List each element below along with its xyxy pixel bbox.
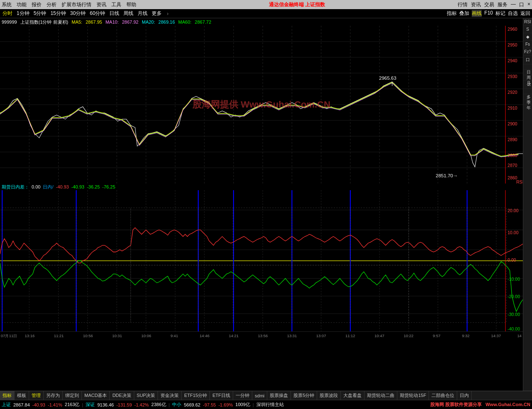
- symbol-code: 999999: [2, 20, 17, 24]
- svg-text:2940: 2940: [507, 59, 517, 63]
- tf-more[interactable]: 更多: [151, 10, 163, 17]
- tf-60min[interactable]: 60分钟: [89, 10, 106, 17]
- info-bar: 999999 上证指数(1分钟 前夏积) MA5: 2867.95 MA10: …: [0, 18, 523, 26]
- tab-etfdaily[interactable]: ETF日线: [210, 391, 233, 400]
- tf-daily[interactable]: 日线: [108, 10, 120, 17]
- tab-indicator[interactable]: 指标: [0, 391, 15, 400]
- tab-sup[interactable]: SUP决策: [134, 391, 158, 400]
- sb-fz[interactable]: Fz?: [523, 48, 532, 56]
- tab-stock-ops[interactable]: 股票操盘: [267, 391, 291, 400]
- svg-text:2870: 2870: [507, 163, 517, 168]
- svg-text:2930: 2930: [507, 74, 517, 79]
- tab-manage[interactable]: 管理: [29, 391, 44, 400]
- menu-function[interactable]: 功能: [17, 1, 27, 8]
- sub-chart-inner[interactable]: 20.00 10.00 0.00 -10.00 -20.00 -30.00 -4…: [0, 190, 523, 331]
- sb-year[interactable]: 年: [523, 100, 532, 105]
- tf-30min[interactable]: 30分钟: [69, 10, 86, 17]
- tf-1min[interactable]: 1分钟: [16, 10, 30, 17]
- tab-1min[interactable]: 一分钟: [233, 391, 252, 400]
- tool-favorite[interactable]: 自选: [508, 10, 518, 17]
- shenzhen-site[interactable]: 深圳行情主站: [256, 402, 284, 408]
- svg-text:11:21: 11:21: [54, 334, 64, 338]
- sb-weekly[interactable]: 周: [523, 70, 532, 75]
- svg-text:13:07: 13:07: [316, 334, 326, 338]
- sb-rsi[interactable]: RSI: [523, 18, 532, 26]
- sb-diamond[interactable]: ◆: [523, 33, 532, 41]
- svg-text:-10.00: -10.00: [507, 277, 520, 282]
- tab-macd[interactable]: MACD基本: [82, 391, 110, 400]
- tool-back[interactable]: 返回: [520, 10, 530, 17]
- menu-info[interactable]: 资讯: [96, 1, 106, 8]
- window-restore[interactable]: 口: [519, 1, 524, 8]
- tab-sdmi[interactable]: sdmi: [252, 391, 267, 400]
- ma20-value: 2869.16: [158, 20, 175, 24]
- tab-saveas[interactable]: 另存为: [44, 391, 63, 400]
- tab-bind[interactable]: 绑定到: [63, 391, 82, 400]
- main-chart-wrapper: 2965.63 2851.70→ 2960 2950 2940 2930 292…: [0, 26, 523, 184]
- svg-text:10.00: 10.00: [507, 230, 518, 235]
- sb-s[interactable]: S: [523, 26, 532, 33]
- right-sidebar: RSI S ◆ Fs Fz? 口 日 周 月 N 多 季 年: [523, 18, 532, 391]
- btn-market[interactable]: 行情: [458, 1, 468, 8]
- svg-text:9:41: 9:41: [170, 334, 178, 338]
- sb-daily[interactable]: 日: [523, 64, 532, 70]
- sb-n[interactable]: N: [523, 81, 532, 89]
- futures-label: 期货日内差：: [2, 184, 29, 190]
- menu-help[interactable]: 帮助: [126, 1, 136, 8]
- shanghai-label: 上证: [2, 402, 11, 408]
- ma5-value: 2867.95: [86, 20, 102, 24]
- svg-text:2851.70→: 2851.70→: [436, 173, 458, 178]
- tf-weekly[interactable]: 周线: [123, 10, 134, 17]
- tab-etf15[interactable]: ETF15分钟: [182, 391, 210, 400]
- status-bar: 上证 2867.84 -40.93 -1.41% 2163亿 | 深证 9136…: [0, 400, 532, 409]
- menu-analysis[interactable]: 分析: [47, 1, 57, 8]
- sb-box[interactable]: 口: [523, 56, 532, 64]
- svg-text:13:31: 13:31: [287, 334, 297, 338]
- sb-multi[interactable]: 多: [523, 89, 532, 94]
- svg-text:20.00: 20.00: [507, 208, 518, 213]
- sb-quarter[interactable]: 季: [523, 94, 532, 100]
- inner-val2: -40.93: [71, 184, 84, 189]
- tab-intraday[interactable]: 日内: [457, 391, 472, 400]
- tab-template[interactable]: 模板: [15, 391, 29, 400]
- svg-text:10:47: 10:47: [374, 334, 384, 338]
- svg-text:2950: 2950: [507, 43, 517, 47]
- tab-stock-5min[interactable]: 股票5分钟: [291, 391, 317, 400]
- ma5-label: MA5:: [71, 20, 82, 24]
- menu-extended[interactable]: 扩展市场行情: [62, 1, 91, 8]
- tab-funds[interactable]: 资金决策: [158, 391, 182, 400]
- sb-monthly[interactable]: 月: [523, 75, 532, 81]
- sb-fs[interactable]: Fs: [523, 41, 532, 48]
- svg-text:9:32: 9:32: [462, 334, 469, 338]
- svg-text:2920: 2920: [507, 90, 517, 95]
- svg-text:13:56: 13:56: [258, 334, 268, 338]
- tf-monthly[interactable]: 月线: [137, 10, 148, 17]
- tool-indicator[interactable]: 指标: [447, 10, 457, 17]
- menu-system[interactable]: 系统: [2, 1, 12, 8]
- tool-mark[interactable]: 标记: [495, 10, 505, 17]
- btn-service[interactable]: 服务: [498, 1, 507, 8]
- main-chart-inner[interactable]: 2965.63 2851.70→ 2960 2950 2940 2930 292…: [0, 26, 523, 184]
- window-minimize[interactable]: —: [511, 1, 516, 8]
- menu-tools[interactable]: 工具: [111, 1, 121, 8]
- tf-fen[interactable]: 分时: [2, 10, 13, 17]
- tab-market-watch[interactable]: 大盘看盘: [341, 391, 365, 400]
- inner-val3: -36.25: [87, 184, 100, 189]
- tab-stock-wave[interactable]: 股票波段: [317, 391, 341, 400]
- tab-futures-15f[interactable]: 期货轮动15F: [397, 391, 429, 400]
- tab-futures-rotation[interactable]: 期货轮动二曲: [365, 391, 397, 400]
- tab-dde[interactable]: DDE决策: [110, 391, 134, 400]
- svg-text:14:46: 14:46: [200, 334, 209, 338]
- btn-news[interactable]: 资讯: [471, 1, 481, 8]
- inner-val4: -76.25: [102, 184, 115, 189]
- menu-quote[interactable]: 报价: [32, 1, 42, 8]
- tf-5min[interactable]: 5分钟: [33, 10, 47, 17]
- btn-trade[interactable]: 交易: [484, 1, 494, 8]
- svg-text:2960: 2960: [507, 27, 517, 32]
- tool-overlay[interactable]: 叠加: [459, 10, 469, 17]
- tool-draw[interactable]: 画线: [472, 10, 482, 17]
- tool-f10[interactable]: F10: [484, 10, 493, 17]
- tab-two-section[interactable]: 二部曲仓位: [429, 391, 457, 400]
- window-close[interactable]: ×: [527, 1, 530, 8]
- tf-15min[interactable]: 15分钟: [49, 10, 66, 17]
